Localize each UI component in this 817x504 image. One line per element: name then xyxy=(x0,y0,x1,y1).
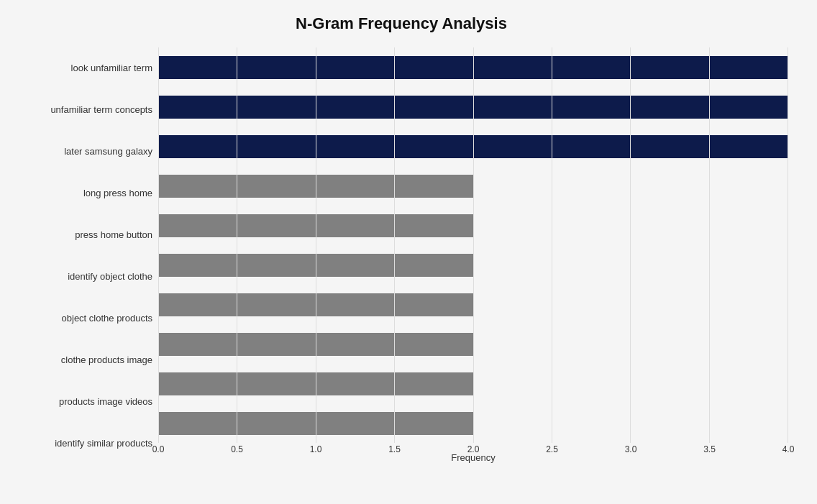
grid-line xyxy=(552,47,552,443)
x-axis: 0.00.51.01.52.02.53.03.54.0 Frequency xyxy=(158,429,788,464)
y-axis-label: long press home xyxy=(14,175,152,211)
chart-container: N-Gram Frequency Analysis look unfamilia… xyxy=(0,0,817,504)
chart-area: look unfamiliar termunfamiliar term conc… xyxy=(14,47,788,464)
grid-line xyxy=(394,47,395,443)
y-axis-label: identify similar products xyxy=(14,426,152,462)
grid-lines xyxy=(158,47,788,443)
y-axis-label: products image videos xyxy=(14,384,152,420)
grid-line xyxy=(237,47,237,443)
y-axis-label: identify object clothe xyxy=(14,259,152,295)
y-axis-label: later samsung galaxy xyxy=(14,134,152,170)
y-axis-label: look unfamiliar term xyxy=(14,50,152,86)
y-axis-label: unfamiliar term concepts xyxy=(14,92,152,128)
grid-line xyxy=(709,47,710,443)
bars-and-grid: 0.00.51.01.52.02.53.03.54.0 Frequency xyxy=(158,47,788,464)
y-axis-label: object clothe products xyxy=(14,301,152,336)
chart-title: N-Gram Frequency Analysis xyxy=(14,14,788,33)
grid-line xyxy=(630,47,631,443)
grid-line xyxy=(788,47,788,443)
x-axis-label: Frequency xyxy=(158,452,788,463)
grid-line xyxy=(316,47,316,443)
y-axis-label: clothe products image xyxy=(14,342,152,378)
y-axis-label: press home button xyxy=(14,217,152,253)
grid-line xyxy=(158,47,159,443)
y-axis: look unfamiliar termunfamiliar term conc… xyxy=(14,47,158,464)
grid-line xyxy=(473,47,474,443)
